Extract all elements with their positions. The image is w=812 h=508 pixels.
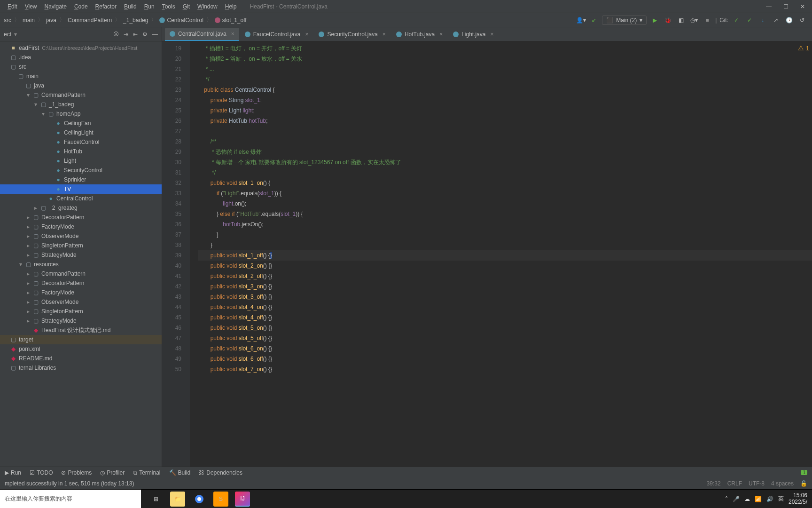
tree-node-ObserverMode[interactable]: ▸▢ObserverMode <box>0 297 162 307</box>
hide-icon[interactable]: — <box>152 31 158 38</box>
close-tab-icon[interactable]: × <box>305 31 308 38</box>
close-icon[interactable]: ✕ <box>797 3 808 10</box>
breadcrumb-java[interactable]: java <box>45 17 57 24</box>
project-tree[interactable]: ■eadFirstC:\Users\inbreeze\IdeaProjects\… <box>0 41 162 467</box>
sublime-icon[interactable]: S <box>213 492 228 507</box>
menu-git[interactable]: Git <box>179 3 194 10</box>
tray-wifi-icon[interactable]: 📶 <box>755 496 762 502</box>
indent[interactable]: 4 spaces <box>771 480 794 487</box>
close-tab-icon[interactable]: × <box>491 31 494 38</box>
chevron-down-icon[interactable]: ▾ <box>14 31 17 38</box>
tool-tab-problems[interactable]: ⊘Problems <box>61 469 92 476</box>
tree-node-SingletonPattern[interactable]: ▸▢SingletonPattern <box>0 241 162 250</box>
tree-node-CommandPattern[interactable]: ▾▢CommandPattern <box>0 90 162 100</box>
tool-tab-todo[interactable]: ☑TODO <box>30 469 53 476</box>
breadcrumb-CommandPattern[interactable]: CommandPattern <box>67 17 113 24</box>
ime-label[interactable]: 英 <box>778 495 784 503</box>
tray-chevron-icon[interactable]: ˄ <box>725 496 728 502</box>
intellij-icon[interactable]: IJ <box>235 492 250 507</box>
explorer-icon[interactable]: 📁 <box>170 492 185 507</box>
tree-node-SingletonPattern[interactable]: ▸▢SingletonPattern <box>0 307 162 316</box>
tree-node-HotTub[interactable]: ●HotTub <box>0 147 162 156</box>
tree-node-FaucetControl[interactable]: ●FaucetControl <box>0 137 162 147</box>
git-push-icon[interactable]: ✓ <box>744 15 755 25</box>
minimize-icon[interactable]: — <box>763 3 774 10</box>
tree-node-Sprinkler[interactable]: ●Sprinkler <box>0 175 162 184</box>
collapse-icon[interactable]: ⇤ <box>133 31 138 38</box>
tool-tab-profiler[interactable]: ◷Profiler <box>100 469 125 476</box>
git-fetch-icon[interactable]: ↗ <box>771 15 781 25</box>
tree-node-CeilingFan[interactable]: ●CeilingFan <box>0 119 162 128</box>
encoding[interactable]: UTF-8 <box>749 480 765 487</box>
git-update-icon[interactable]: ↓ <box>757 15 768 25</box>
tool-tab-run[interactable]: ▶Run <box>5 469 21 476</box>
profiler-icon[interactable]: ◷▾ <box>689 15 699 25</box>
line-sep[interactable]: CRLF <box>727 480 742 487</box>
tab-Light.java[interactable]: Light.java× <box>448 28 498 41</box>
menu-tools[interactable]: Tools <box>158 3 179 10</box>
tree-node-target[interactable]: ▢target <box>0 335 162 344</box>
project-tool-label[interactable]: ect <box>4 31 11 38</box>
menu-code[interactable]: Code <box>70 3 92 10</box>
chrome-icon[interactable] <box>192 492 207 507</box>
back-arrow-icon[interactable]: ↙ <box>589 15 599 25</box>
breadcrumb-_1_badeg[interactable]: _1_badeg <box>122 17 149 24</box>
menu-run[interactable]: Run <box>141 3 158 10</box>
menu-window[interactable]: Window <box>194 3 221 10</box>
breadcrumb-CentralControl[interactable]: CentralControl <box>158 17 204 24</box>
add-user-icon[interactable]: 👤▾ <box>576 15 586 25</box>
close-tab-icon[interactable]: × <box>383 31 386 38</box>
git-history-icon[interactable]: 🕓 <box>784 15 794 25</box>
coverage-icon[interactable]: ◧ <box>676 15 686 25</box>
tree-node-FactoryMode[interactable]: ▸▢FactoryMode <box>0 288 162 297</box>
run-config-select[interactable]: ⬛ Main (2) ▾ <box>602 16 647 25</box>
tree-node-HeadFirst 设计模式笔记.md[interactable]: ◆HeadFirst 设计模式笔记.md <box>0 325 162 335</box>
task-view-icon[interactable]: ⊞ <box>148 492 164 507</box>
tree-node-SecurityControl[interactable]: ●SecurityControl <box>0 166 162 175</box>
tab-HotTub.java[interactable]: HotTub.java× <box>391 28 447 41</box>
tree-node-README.md[interactable]: ◆README.md <box>0 354 162 363</box>
tree-node-ternal Libraries[interactable]: ▢ternal Libraries <box>0 363 162 373</box>
target-icon[interactable]: ⦿ <box>113 31 119 38</box>
menu-help[interactable]: Help <box>221 3 241 10</box>
debug-icon[interactable]: 🐞 <box>663 15 673 25</box>
source-code[interactable]: * 插槽1 = 电灯， on = 开灯，off = 关灯 * 插槽2 = 浴缸，… <box>190 41 812 467</box>
tree-node-ObserverMode[interactable]: ▸▢ObserverMode <box>0 231 162 241</box>
gear-icon[interactable]: ⚙ <box>142 31 148 38</box>
event-badge[interactable]: 1 <box>801 470 807 475</box>
git-rollback-icon[interactable]: ↺ <box>797 15 807 25</box>
search-input[interactable]: 在这里输入你要搜索的内容 <box>0 490 141 508</box>
readonly-icon[interactable]: 🔓 <box>800 480 807 487</box>
menu-edit[interactable]: Edit <box>4 3 21 10</box>
tool-tab-build[interactable]: 🔨Build <box>169 469 191 476</box>
tab-CentralControl.java[interactable]: CentralControl.java× <box>165 28 239 41</box>
menu-build[interactable]: Build <box>120 3 141 10</box>
tool-tab-terminal[interactable]: ⧉Terminal <box>133 469 160 476</box>
tree-node-DecoratorPattern[interactable]: ▸▢DecoratorPattern <box>0 213 162 222</box>
tab-FaucetControl.java[interactable]: FaucetControl.java× <box>240 28 313 41</box>
breadcrumb-src[interactable]: src <box>3 17 12 24</box>
close-tab-icon[interactable]: × <box>231 31 234 37</box>
tree-node-CentralControl[interactable]: ●CentralControl <box>0 194 162 203</box>
breadcrumb-slot_1_off[interactable]: slot_1_off <box>214 17 248 24</box>
maximize-icon[interactable]: ☐ <box>780 3 791 10</box>
tree-node-TV[interactable]: ●TV <box>0 184 162 194</box>
tray-mic-icon[interactable]: 🎤 <box>733 496 740 502</box>
tree-node-main[interactable]: ▢main <box>0 71 162 81</box>
tree-node-src[interactable]: ▢src <box>0 62 162 71</box>
warning-icon[interactable]: ⚠ 1 <box>798 44 809 52</box>
tree-node-.idea[interactable]: ▢.idea <box>0 53 162 62</box>
tree-node-homeApp[interactable]: ▾▢homeApp <box>0 109 162 119</box>
tree-node-resources[interactable]: ▾▢resources <box>0 260 162 269</box>
tree-node-eadFirst[interactable]: ■eadFirstC:\Users\inbreeze\IdeaProjects\… <box>0 43 162 53</box>
run-icon[interactable]: ▶ <box>649 15 660 25</box>
tree-node-StrategyMode[interactable]: ▸▢StrategyMode <box>0 250 162 260</box>
git-commit-icon[interactable]: ✓ <box>731 15 742 25</box>
clock[interactable]: 15:06 2022/5/ <box>789 492 807 505</box>
breadcrumb-main[interactable]: main <box>22 17 36 24</box>
tool-tab-dependencies[interactable]: ⛓Dependencies <box>199 469 242 476</box>
tree-node-CommandPattern[interactable]: ▸▢CommandPattern <box>0 269 162 278</box>
tab-SecurityControl.java[interactable]: SecurityControl.java× <box>314 28 390 41</box>
tree-node-java[interactable]: ▢java <box>0 81 162 90</box>
menu-view[interactable]: View <box>21 3 41 10</box>
